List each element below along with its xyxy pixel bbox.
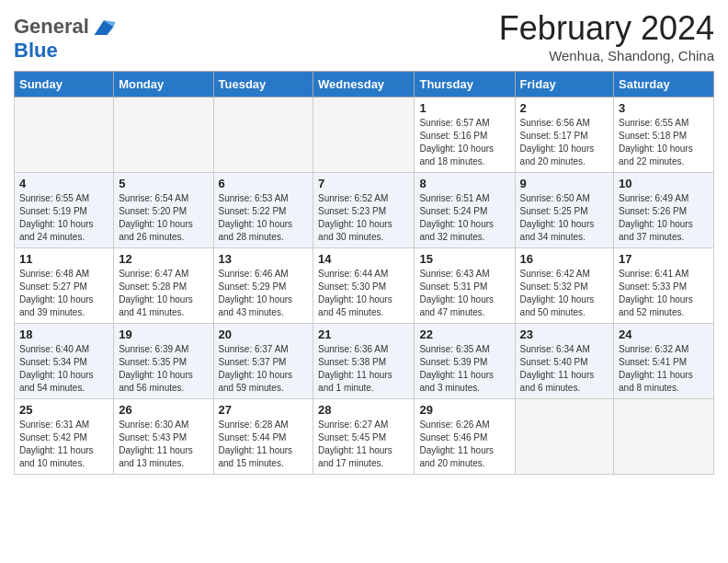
day-number: 14 <box>318 252 409 266</box>
subtitle: Wenhua, Shandong, China <box>499 48 714 63</box>
day-number: 1 <box>419 101 509 115</box>
day-info: Sunrise: 6:47 AMSunset: 5:28 PMDaylight:… <box>119 268 208 319</box>
day-info: Sunrise: 6:32 AMSunset: 5:41 PMDaylight:… <box>619 343 709 395</box>
day-number: 20 <box>219 327 309 341</box>
day-number: 5 <box>119 177 208 190</box>
calendar-cell: 1Sunrise: 6:57 AMSunset: 5:16 PMDaylight… <box>415 98 515 173</box>
day-info: Sunrise: 6:36 AMSunset: 5:38 PMDaylight:… <box>318 343 409 395</box>
calendar-cell: 29Sunrise: 6:26 AMSunset: 5:46 PMDayligh… <box>415 399 515 475</box>
day-number: 28 <box>318 403 409 417</box>
week-row-1: 4Sunrise: 6:55 AMSunset: 5:19 PMDaylight… <box>15 173 714 248</box>
day-header-sunday: Sunday <box>15 72 114 98</box>
calendar-cell: 19Sunrise: 6:39 AMSunset: 5:35 PMDayligh… <box>114 324 213 399</box>
calendar-cell: 6Sunrise: 6:53 AMSunset: 5:22 PMDaylight… <box>213 173 313 248</box>
calendar-cell: 18Sunrise: 6:40 AMSunset: 5:34 PMDayligh… <box>15 324 114 399</box>
calendar-cell: 16Sunrise: 6:42 AMSunset: 5:32 PMDayligh… <box>515 248 613 324</box>
calendar-cell: 28Sunrise: 6:27 AMSunset: 5:45 PMDayligh… <box>313 399 415 475</box>
day-number: 13 <box>219 252 309 266</box>
day-number: 10 <box>619 177 709 190</box>
calendar-cell: 26Sunrise: 6:30 AMSunset: 5:43 PMDayligh… <box>114 399 213 475</box>
day-info: Sunrise: 6:40 AMSunset: 5:34 PMDaylight:… <box>19 343 108 395</box>
logo: General Blue <box>14 14 117 62</box>
title-area: February 2024 Wenhua, Shandong, China <box>499 9 714 63</box>
calendar-cell: 4Sunrise: 6:55 AMSunset: 5:19 PMDaylight… <box>15 173 114 248</box>
day-info: Sunrise: 6:56 AMSunset: 5:17 PMDaylight:… <box>520 117 609 168</box>
calendar-cell: 12Sunrise: 6:47 AMSunset: 5:28 PMDayligh… <box>114 248 213 324</box>
day-header-thursday: Thursday <box>415 72 515 98</box>
main-container: General Blue February 2024 Wenhua, Shand… <box>0 0 728 484</box>
day-info: Sunrise: 6:46 AMSunset: 5:29 PMDaylight:… <box>219 268 309 319</box>
calendar-cell: 2Sunrise: 6:56 AMSunset: 5:17 PMDaylight… <box>515 98 613 173</box>
calendar-cell <box>313 98 415 173</box>
calendar-cell: 22Sunrise: 6:35 AMSunset: 5:39 PMDayligh… <box>415 324 515 399</box>
calendar-cell: 13Sunrise: 6:46 AMSunset: 5:29 PMDayligh… <box>213 248 313 324</box>
day-info: Sunrise: 6:43 AMSunset: 5:31 PMDaylight:… <box>419 268 509 319</box>
day-info: Sunrise: 6:34 AMSunset: 5:40 PMDaylight:… <box>520 343 609 395</box>
day-header-monday: Monday <box>114 72 213 98</box>
day-number: 2 <box>520 101 609 115</box>
calendar-cell <box>515 399 613 475</box>
day-info: Sunrise: 6:41 AMSunset: 5:33 PMDaylight:… <box>619 268 709 319</box>
calendar-cell: 7Sunrise: 6:52 AMSunset: 5:23 PMDaylight… <box>313 173 415 248</box>
day-info: Sunrise: 6:44 AMSunset: 5:30 PMDaylight:… <box>318 268 409 319</box>
day-number: 19 <box>119 327 208 341</box>
day-info: Sunrise: 6:53 AMSunset: 5:22 PMDaylight:… <box>219 192 309 244</box>
day-info: Sunrise: 6:39 AMSunset: 5:35 PMDaylight:… <box>119 343 208 395</box>
day-number: 7 <box>318 177 409 190</box>
day-info: Sunrise: 6:50 AMSunset: 5:25 PMDaylight:… <box>520 192 609 244</box>
calendar-header-row: SundayMondayTuesdayWednesdayThursdayFrid… <box>15 72 714 98</box>
day-info: Sunrise: 6:37 AMSunset: 5:37 PMDaylight:… <box>219 343 309 395</box>
day-info: Sunrise: 6:51 AMSunset: 5:24 PMDaylight:… <box>419 192 509 244</box>
calendar-cell: 3Sunrise: 6:55 AMSunset: 5:18 PMDaylight… <box>614 98 714 173</box>
calendar-cell: 9Sunrise: 6:50 AMSunset: 5:25 PMDaylight… <box>515 173 613 248</box>
header: General Blue February 2024 Wenhua, Shand… <box>14 9 714 63</box>
day-info: Sunrise: 6:27 AMSunset: 5:45 PMDaylight:… <box>318 419 409 470</box>
day-header-saturday: Saturday <box>614 72 714 98</box>
day-number: 16 <box>520 252 609 266</box>
calendar-cell: 17Sunrise: 6:41 AMSunset: 5:33 PMDayligh… <box>614 248 714 324</box>
day-number: 15 <box>419 252 509 266</box>
calendar-cell: 27Sunrise: 6:28 AMSunset: 5:44 PMDayligh… <box>213 399 313 475</box>
calendar-cell: 10Sunrise: 6:49 AMSunset: 5:26 PMDayligh… <box>614 173 714 248</box>
calendar-cell: 11Sunrise: 6:48 AMSunset: 5:27 PMDayligh… <box>15 248 114 324</box>
day-number: 24 <box>619 327 709 341</box>
calendar-cell: 24Sunrise: 6:32 AMSunset: 5:41 PMDayligh… <box>614 324 714 399</box>
calendar-cell: 23Sunrise: 6:34 AMSunset: 5:40 PMDayligh… <box>515 324 613 399</box>
calendar-cell <box>114 98 213 173</box>
day-header-tuesday: Tuesday <box>213 72 313 98</box>
day-header-wednesday: Wednesday <box>313 72 415 98</box>
day-header-friday: Friday <box>515 72 613 98</box>
calendar-cell: 15Sunrise: 6:43 AMSunset: 5:31 PMDayligh… <box>415 248 515 324</box>
day-info: Sunrise: 6:54 AMSunset: 5:20 PMDaylight:… <box>119 192 208 244</box>
day-info: Sunrise: 6:26 AMSunset: 5:46 PMDaylight:… <box>419 419 509 470</box>
day-number: 9 <box>520 177 609 190</box>
calendar-cell: 21Sunrise: 6:36 AMSunset: 5:38 PMDayligh… <box>313 324 415 399</box>
day-number: 11 <box>19 252 108 266</box>
week-row-4: 25Sunrise: 6:31 AMSunset: 5:42 PMDayligh… <box>15 399 714 475</box>
calendar-table: SundayMondayTuesdayWednesdayThursdayFrid… <box>14 71 714 475</box>
calendar-cell <box>15 98 114 173</box>
logo-blue-text: Blue <box>14 39 58 62</box>
day-info: Sunrise: 6:31 AMSunset: 5:42 PMDaylight:… <box>19 419 108 470</box>
day-info: Sunrise: 6:57 AMSunset: 5:16 PMDaylight:… <box>419 117 509 168</box>
week-row-0: 1Sunrise: 6:57 AMSunset: 5:16 PMDaylight… <box>15 98 714 173</box>
calendar-cell: 25Sunrise: 6:31 AMSunset: 5:42 PMDayligh… <box>15 399 114 475</box>
day-info: Sunrise: 6:55 AMSunset: 5:19 PMDaylight:… <box>19 192 108 244</box>
day-number: 6 <box>219 177 309 190</box>
day-number: 3 <box>619 101 709 115</box>
calendar-cell: 20Sunrise: 6:37 AMSunset: 5:37 PMDayligh… <box>213 324 313 399</box>
day-info: Sunrise: 6:30 AMSunset: 5:43 PMDaylight:… <box>119 419 208 470</box>
calendar-cell <box>614 399 714 475</box>
day-number: 22 <box>419 327 509 341</box>
day-info: Sunrise: 6:42 AMSunset: 5:32 PMDaylight:… <box>520 268 609 319</box>
day-number: 8 <box>419 177 509 190</box>
day-number: 25 <box>19 403 108 417</box>
calendar-cell: 14Sunrise: 6:44 AMSunset: 5:30 PMDayligh… <box>313 248 415 324</box>
month-title: February 2024 <box>499 9 714 48</box>
day-info: Sunrise: 6:55 AMSunset: 5:18 PMDaylight:… <box>619 117 709 168</box>
day-info: Sunrise: 6:48 AMSunset: 5:27 PMDaylight:… <box>19 268 108 319</box>
day-number: 17 <box>619 252 709 266</box>
day-number: 29 <box>419 403 509 417</box>
calendar-cell <box>213 98 313 173</box>
day-number: 21 <box>318 327 409 341</box>
